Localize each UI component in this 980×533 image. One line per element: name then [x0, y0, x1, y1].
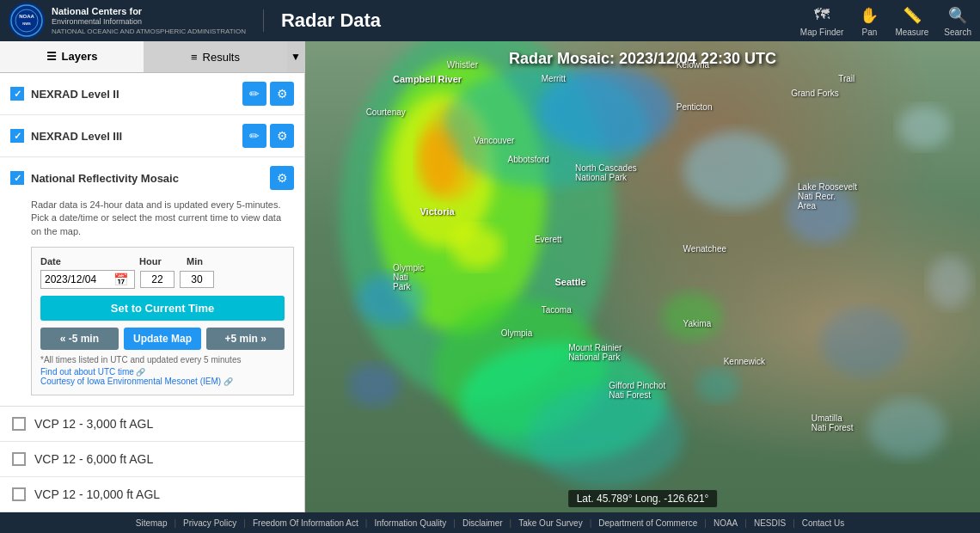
svg-point-16 [821, 308, 907, 377]
reflectivity-settings-button[interactable]: ⚙ [270, 166, 294, 190]
org-name: National Centers for [52, 5, 246, 17]
footer-info-quality[interactable]: Information Quality [367, 518, 453, 528]
time-navigation: « -5 min Update Map +5 min » [40, 328, 285, 350]
radar-title: Radar Mosaic: 2023/12/04 22:30 UTC [509, 50, 776, 68]
vcp-6000-checkbox[interactable] [12, 452, 26, 466]
org-line2: Environmental Information [52, 17, 246, 28]
sidebar-content[interactable]: ✓ NEXRAD Level II ✏ ⚙ ✓ NEXRAD Level III [0, 73, 304, 512]
org-text: National Centers for Environmental Infor… [52, 5, 246, 36]
svg-text:NWS: NWS [22, 21, 31, 26]
iem-link[interactable]: Courtesy of Iowa Environmental Mesonet (… [40, 377, 285, 386]
search-tool[interactable]: 🔍 Search [944, 5, 971, 37]
vcp-6000: VCP 12 - 6,000 ft AGL [0, 442, 304, 477]
tab-results[interactable]: ≡ Results [144, 41, 287, 72]
measure-tool[interactable]: 📏 Measure [895, 5, 928, 37]
measure-icon: 📏 [902, 5, 922, 26]
nexrad3-settings-button[interactable]: ⚙ [270, 124, 294, 148]
tab-results-label: Results [203, 51, 240, 64]
search-icon: 🔍 [947, 5, 968, 26]
nexrad2-settings-button[interactable]: ⚙ [270, 82, 294, 106]
vcp-3000-checkbox[interactable] [12, 417, 26, 431]
vcp-3000: VCP 12 - 3,000 ft AGL [0, 407, 304, 442]
vcp-10000-checkbox[interactable] [12, 487, 26, 501]
layer-nexrad3: ✓ NEXRAD Level III ✏ ⚙ [0, 115, 304, 157]
svg-point-18 [898, 106, 950, 149]
vcp-10000-label: VCP 12 - 10,000 ft AGL [34, 487, 160, 501]
pan-label: Pan [862, 28, 878, 37]
footer-survey[interactable]: Take Our Survey [511, 518, 589, 528]
app-title: Radar Data [263, 9, 381, 32]
svg-point-21 [451, 226, 503, 269]
pan-tool[interactable]: ✋ Pan [859, 5, 879, 37]
search-label: Search [944, 28, 971, 37]
svg-point-22 [357, 273, 426, 325]
date-input-wrap: 📅 [40, 270, 135, 289]
nexrad2-tools: ✏ ⚙ [242, 82, 294, 106]
hour-input[interactable] [140, 271, 175, 288]
set-current-time-button[interactable]: Set to Current Time [40, 296, 285, 321]
calendar-icon[interactable]: 📅 [113, 273, 128, 286]
sidebar: ☰ Layers ≡ Results ▼ ✓ NEXRAD Level II ✏ [0, 41, 305, 512]
reflectivity-checkbox[interactable]: ✓ [10, 171, 24, 185]
nexrad2-edit-button[interactable]: ✏ [242, 82, 266, 106]
layer-nexrad2-header: ✓ NEXRAD Level II ✏ ⚙ [0, 73, 304, 114]
map-finder-icon: 🗺 [812, 5, 832, 26]
map-finder-tool[interactable]: 🗺 Map Finder [800, 5, 844, 37]
plus-5min-button[interactable]: +5 min » [206, 328, 285, 350]
tab-layers-label: Layers [62, 50, 98, 63]
nexrad2-checkbox[interactable]: ✓ [10, 87, 24, 101]
svg-point-13 [529, 385, 683, 488]
date-input[interactable] [45, 273, 113, 285]
reflectivity-description: Radar data is 24-hour data and is update… [31, 199, 294, 238]
footer-noaa[interactable]: NOAA [707, 518, 744, 528]
update-map-button[interactable]: Update Map [124, 328, 202, 350]
layer-nexrad2: ✓ NEXRAD Level II ✏ ⚙ [0, 73, 304, 115]
results-icon: ≡ [191, 51, 198, 64]
utc-note: *All times listed in UTC and updated eve… [40, 355, 285, 365]
footer-contact[interactable]: Contact Us [795, 518, 851, 528]
tab-layers[interactable]: ☰ Layers [0, 41, 144, 72]
footer-privacy[interactable]: Privacy Policy [176, 518, 243, 528]
svg-point-15 [787, 183, 855, 243]
footer-sitemap[interactable]: Sitemap [129, 518, 175, 528]
nexrad3-label: NEXRAD Level III [31, 130, 236, 143]
vcp-6000-label: VCP 12 - 6,000 ft AGL [34, 452, 153, 466]
map-finder-label: Map Finder [800, 28, 844, 37]
nexrad2-label: NEXRAD Level II [31, 88, 236, 101]
pan-icon: ✋ [859, 5, 879, 26]
footer-disclaimer[interactable]: Disclaimer [456, 518, 510, 528]
layer-reflectivity: ✓ National Reflectivity Mosaic ⚙ Radar d… [0, 157, 304, 407]
footer-foia[interactable]: Freedom Of Information Act [246, 518, 365, 528]
logo-area: NOAA NWS National Centers for Environmen… [9, 3, 246, 39]
svg-point-14 [683, 132, 787, 209]
datetime-inputs: 📅 [40, 270, 285, 289]
footer-doc[interactable]: Department of Commerce [591, 518, 704, 528]
reflectivity-tools: ⚙ [270, 166, 294, 190]
reflectivity-label: National Reflectivity Mosaic [31, 172, 263, 185]
svg-point-17 [868, 398, 946, 458]
svg-point-10 [537, 67, 675, 153]
datetime-labels: Date Hour Min [40, 256, 285, 266]
date-label: Date [40, 256, 139, 266]
footer: Sitemap | Privacy Policy | Freedom Of In… [0, 512, 980, 533]
datetime-panel: Date Hour Min 📅 Set to Current Time [31, 247, 294, 395]
minus-5min-button[interactable]: « -5 min [40, 328, 119, 350]
min-label: Min [187, 256, 230, 266]
sidebar-dropdown-button[interactable]: ▼ [287, 41, 304, 72]
svg-point-23 [348, 364, 400, 407]
layer-nexrad3-header: ✓ NEXRAD Level III ✏ ⚙ [0, 115, 304, 156]
nexrad3-checkbox[interactable]: ✓ [10, 129, 24, 143]
nexrad3-edit-button[interactable]: ✏ [242, 124, 266, 148]
header: NOAA NWS National Centers for Environmen… [0, 0, 980, 41]
hour-label: Hour [139, 256, 187, 266]
vcp-3000-label: VCP 12 - 3,000 ft AGL [34, 417, 153, 431]
layers-icon: ☰ [46, 50, 57, 63]
map-area[interactable]: Radar Mosaic: 2023/12/04 22:30 UTC Campb… [305, 41, 980, 512]
minute-input[interactable] [180, 271, 214, 288]
utc-link[interactable]: Find out about UTC time [40, 367, 285, 377]
header-tools: 🗺 Map Finder ✋ Pan 📏 Measure 🔍 Search [800, 5, 971, 37]
coordinates-bar: Lat. 45.789° Long. -126.621° [568, 490, 718, 507]
footer-nesdis[interactable]: NESDIS [747, 518, 793, 528]
sidebar-tabs: ☰ Layers ≡ Results ▼ [0, 41, 304, 73]
svg-text:NOAA: NOAA [19, 14, 34, 19]
